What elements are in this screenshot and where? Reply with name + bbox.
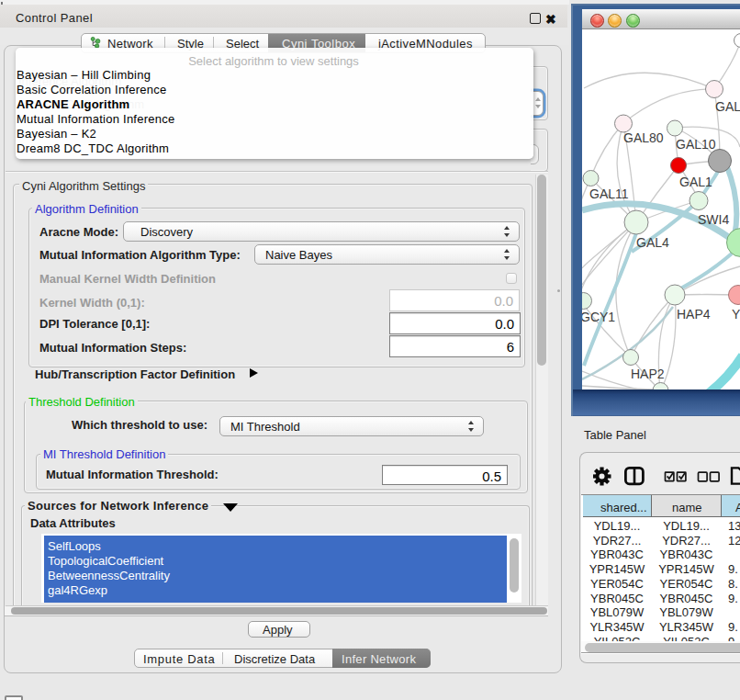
- svg-text:GAL7: GAL7: [715, 99, 740, 114]
- svg-text:SWI4: SWI4: [698, 212, 729, 227]
- svg-text:HAP2: HAP2: [631, 367, 665, 381]
- svg-text:GAL1: GAL1: [679, 175, 712, 189]
- svg-text:GAL10: GAL10: [676, 137, 716, 152]
- svg-text:GAL4: GAL4: [636, 235, 669, 250]
- svg-text:GCY1: GCY1: [582, 310, 615, 324]
- svg-text:GAL11: GAL11: [589, 186, 629, 201]
- svg-text:HAP4: HAP4: [677, 307, 711, 322]
- svg-text:GAL80: GAL80: [623, 130, 664, 145]
- svg-text:YM: YM: [732, 307, 740, 322]
